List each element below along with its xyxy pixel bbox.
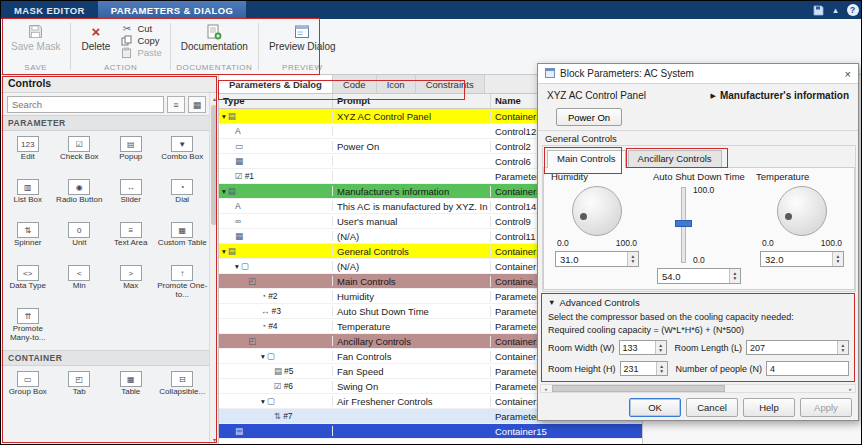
palette-scrollbar[interactable]: ▴ ▾ (209, 93, 218, 444)
field-input[interactable]: 4 (766, 361, 849, 376)
help-icon[interactable]: ? (844, 1, 861, 19)
ok-button[interactable]: OK (629, 398, 681, 417)
manufacturer-info-link[interactable]: ▶Manufacturer's information (711, 90, 849, 101)
copy-button[interactable]: Copy (116, 35, 165, 46)
cell-prompt[interactable]: Swing On (333, 381, 491, 392)
palette-item-min[interactable]: <Min (54, 262, 106, 305)
palette-item-unit[interactable]: 0Unit (54, 219, 106, 262)
column-header-prompt[interactable]: Prompt (333, 94, 491, 108)
scroll-thumb[interactable] (211, 105, 217, 225)
cell-prompt[interactable]: (N/A) (333, 261, 491, 272)
scroll-up-icon[interactable]: ▴ (210, 93, 219, 103)
cell-prompt[interactable]: Temperature (333, 321, 491, 332)
stepper-arrows-icon[interactable]: ▴▾ (655, 341, 666, 354)
palette-item-data-type[interactable]: <>Data Type (2, 262, 54, 305)
stepper-arrows-icon[interactable]: ▴▾ (656, 362, 667, 375)
cell-prompt[interactable]: Air Freshener Controls (333, 396, 491, 407)
dialog-tab-main-controls[interactable]: Main Controls (547, 150, 626, 168)
delete-button[interactable]: × Delete (75, 20, 116, 55)
field-input[interactable]: 133▴▾ (619, 340, 667, 355)
tab-constraints[interactable]: Constraints (416, 75, 485, 93)
dialog-horizontal-scrollbar[interactable]: ◂ ▸ (540, 384, 856, 393)
palette-item-promote-many-to[interactable]: ⇈Promote Many-to... (2, 305, 54, 348)
tab-parameters-dialog[interactable]: PARAMETERS & DIALOG (98, 1, 246, 19)
column-header-type[interactable]: Type (219, 94, 333, 108)
apply-button[interactable]: Apply (800, 398, 852, 417)
help-button[interactable]: Help (743, 398, 795, 417)
cell-prompt[interactable]: General Controls (333, 246, 491, 257)
palette-item-table[interactable]: ▦Table (105, 368, 157, 411)
humidity-spinner[interactable]: 31.0 ▴▾ (555, 251, 639, 267)
temperature-knob[interactable] (777, 186, 827, 236)
cell-prompt[interactable]: Fan Speed (333, 366, 491, 377)
table-row[interactable]: ▤Container15 (219, 424, 642, 439)
field-input[interactable]: 207▴▾ (746, 340, 849, 355)
paste-button[interactable]: Paste (116, 47, 165, 58)
scroll-thumb[interactable] (552, 385, 725, 392)
cell-prompt[interactable]: XYZ AC Control Panel (333, 111, 491, 122)
advanced-controls-header[interactable]: ▼ Advanced Controls (548, 297, 640, 308)
stepper-arrows-icon[interactable]: ▴▾ (837, 341, 848, 354)
documentation-button[interactable]: Documentation (175, 20, 254, 55)
palette-item-collapsible[interactable]: ⊟Collapsible... (157, 368, 209, 411)
palette-item-check-box[interactable]: ☑Check Box (54, 133, 106, 176)
palette-item-text-area[interactable]: ≡Text Area (105, 219, 157, 262)
palette-item-promote-one-to[interactable]: ↑Promote One-to... (157, 262, 209, 305)
collapse-ribbon-icon[interactable]: ▴ (827, 1, 844, 19)
grid-view-button[interactable]: ▦ (188, 96, 206, 113)
dialog-titlebar[interactable]: Block Parameters: AC System × (538, 64, 858, 84)
palette-item-popup[interactable]: ▤Popup (105, 133, 157, 176)
close-icon[interactable]: × (845, 68, 851, 80)
palette-item-dial[interactable]: ◔Dial (157, 176, 209, 219)
cell-prompt[interactable]: Ancillary Controls (333, 336, 491, 347)
expand-arrow-icon[interactable]: ▾ (261, 352, 265, 361)
scroll-left-icon[interactable]: ◂ (541, 385, 550, 392)
cut-button[interactable]: ✂Cut (116, 23, 165, 34)
cell-prompt[interactable]: Auto Shut Down Time (333, 306, 491, 317)
palette-item-spinner[interactable]: ⇅Spinner (2, 219, 54, 262)
scroll-right-icon[interactable]: ▸ (846, 385, 855, 392)
scroll-down-icon[interactable]: ▾ (210, 434, 219, 444)
save-layout-icon[interactable] (810, 1, 827, 19)
tab-mask-editor[interactable]: MASK EDITOR (1, 1, 98, 19)
humidity-knob[interactable] (572, 186, 622, 236)
palette-item-max[interactable]: >Max (105, 262, 157, 305)
cell-prompt[interactable]: Power On (333, 141, 491, 152)
expand-arrow-icon[interactable]: ▾ (261, 397, 265, 406)
palette-item-list-box[interactable]: ▥List Box (2, 176, 54, 219)
search-input[interactable] (7, 96, 164, 113)
field-input[interactable]: 231▴▾ (620, 361, 668, 376)
stepper-arrows-icon[interactable]: ▴▾ (627, 252, 638, 266)
shutdown-spinner[interactable]: 54.0 ▴▾ (657, 268, 741, 284)
cell-prompt[interactable]: Fan Controls (333, 351, 491, 362)
cell-prompt[interactable]: Manufacturer's information (333, 186, 491, 197)
cell-name[interactable]: Container15 (491, 426, 642, 437)
cell-prompt[interactable]: User's manual (333, 216, 491, 227)
list-view-button[interactable]: ≡ (167, 96, 185, 113)
expand-arrow-icon[interactable]: ▾ (222, 247, 226, 256)
expand-arrow-icon[interactable]: ▾ (222, 112, 226, 121)
cell-prompt[interactable]: Humidity (333, 291, 491, 302)
tab-parameters-dialog[interactable]: Parameters & Dialog (219, 75, 333, 93)
expand-arrow-icon[interactable]: ▾ (222, 187, 226, 196)
palette-item-custom-table[interactable]: ▦Custom Table (157, 219, 209, 262)
palette-item-slider[interactable]: ↔Slider (105, 176, 157, 219)
palette-item-group-box[interactable]: ▭Group Box (2, 368, 54, 411)
palette-item-tab[interactable]: ◰Tab (54, 368, 106, 411)
cell-prompt[interactable]: Main Controls (333, 276, 491, 287)
palette-item-radio-button[interactable]: ◉Radio Button (54, 176, 106, 219)
stepper-arrows-icon[interactable]: ▴▾ (832, 252, 843, 266)
preview-dialog-button[interactable]: Preview Dialog (263, 20, 342, 55)
power-on-button[interactable]: Power On (556, 108, 622, 126)
cell-prompt[interactable]: (N/A) (333, 231, 491, 242)
dialog-tab-ancillary-controls[interactable]: Ancillary Controls (628, 150, 722, 168)
palette-section-parameter[interactable]: PARAMETER (1, 115, 209, 131)
cell-prompt[interactable]: This AC is manufactured by XYZ. In t... (333, 201, 491, 212)
temperature-spinner[interactable]: 32.0 ▴▾ (760, 251, 844, 267)
palette-section-container[interactable]: CONTAINER (1, 350, 209, 366)
palette-item-combo-box[interactable]: ▼Combo Box (157, 133, 209, 176)
save-mask-button[interactable]: Save Mask (5, 20, 66, 55)
expand-arrow-icon[interactable]: ▾ (235, 262, 239, 271)
slider-handle[interactable] (675, 220, 692, 227)
stepper-arrows-icon[interactable]: ▴▾ (729, 269, 740, 283)
